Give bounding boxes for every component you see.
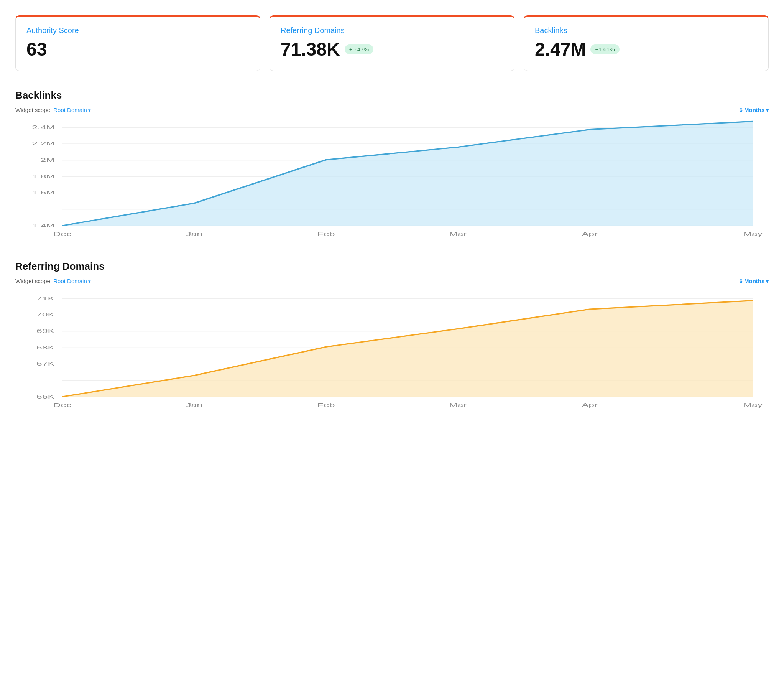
referring-x-label-3: Mar: [449, 402, 467, 408]
backlinks-area-fill: [62, 121, 753, 226]
backlinks-x-label-1: Jan: [186, 231, 202, 237]
backlinks-x-label-5: May: [743, 231, 763, 237]
referring-scope-left: Widget scope: Root Domain: [15, 278, 91, 284]
cards-row: Authority Score 63 Referring Domains 71.…: [15, 15, 769, 71]
backlinks-y-label-3: 1.8M: [32, 173, 54, 179]
referring-y-label-2: 69K: [36, 328, 54, 334]
backlinks-scope-label: Widget scope:: [15, 107, 52, 113]
backlinks-y-label-2: 2M: [40, 157, 54, 163]
authority-score-value-row: 63: [26, 39, 249, 60]
referring-y-label-5: 66K: [36, 394, 54, 399]
referring-domains-section-title: Referring Domains: [15, 260, 769, 272]
referring-x-label-5: May: [743, 402, 763, 409]
referring-domains-title: Referring Domains: [281, 26, 503, 35]
backlinks-chart-wrap: 2.4M 2.2M 2M 1.8M 1.6M 1.4M Dec Jan Feb …: [15, 119, 769, 242]
backlinks-scope-row: Widget scope: Root Domain 6 Months: [15, 107, 769, 113]
backlinks-x-label-2: Feb: [317, 231, 335, 237]
backlinks-chart-svg: 2.4M 2.2M 2M 1.8M 1.6M 1.4M Dec Jan Feb …: [15, 119, 769, 242]
backlinks-months-button[interactable]: 6 Months: [740, 107, 769, 113]
referring-chart-svg: 71K 70K 69K 68K 67K 66K Dec Jan Feb Mar …: [15, 290, 769, 413]
backlinks-title: Backlinks: [535, 26, 758, 35]
referring-domains-value: 71.38K: [281, 39, 340, 60]
backlinks-x-label-4: Apr: [582, 231, 598, 237]
backlinks-card: Backlinks 2.47M +1.61%: [524, 15, 769, 71]
referring-domains-card: Referring Domains 71.38K +0.47%: [270, 15, 514, 71]
referring-x-label-4: Apr: [582, 402, 598, 409]
backlinks-x-label-0: Dec: [53, 231, 72, 237]
referring-months-button[interactable]: 6 Months: [740, 278, 769, 284]
backlinks-y-label-1: 2.2M: [32, 141, 54, 147]
backlinks-value-row: 2.47M +1.61%: [535, 39, 758, 60]
referring-x-label-2: Feb: [317, 402, 335, 408]
backlinks-y-label-5: 1.4M: [32, 222, 54, 228]
referring-domains-badge: +0.47%: [345, 44, 373, 54]
referring-x-label-0: Dec: [53, 402, 72, 408]
backlinks-y-label-4: 1.6M: [32, 190, 54, 196]
backlinks-y-label-0: 2.4M: [32, 124, 54, 130]
backlinks-value: 2.47M: [535, 39, 586, 60]
referring-scope-row: Widget scope: Root Domain 6 Months: [15, 278, 769, 284]
referring-domains-section: Referring Domains Widget scope: Root Dom…: [15, 260, 769, 413]
backlinks-scope-value[interactable]: Root Domain: [53, 107, 91, 113]
referring-chart-wrap: 71K 70K 69K 68K 67K 66K Dec Jan Feb Mar …: [15, 290, 769, 413]
authority-score-value: 63: [26, 39, 47, 60]
referring-scope-value[interactable]: Root Domain: [53, 278, 91, 284]
referring-scope-label: Widget scope:: [15, 278, 52, 284]
backlinks-section-title: Backlinks: [15, 89, 769, 101]
backlinks-section: Backlinks Widget scope: Root Domain 6 Mo…: [15, 89, 769, 242]
referring-y-label-3: 68K: [36, 344, 54, 350]
referring-domains-value-row: 71.38K +0.47%: [281, 39, 503, 60]
authority-score-title: Authority Score: [26, 26, 249, 35]
referring-y-label-0: 71K: [36, 295, 54, 301]
authority-score-card: Authority Score 63: [15, 15, 260, 71]
referring-x-label-1: Jan: [186, 402, 202, 408]
referring-y-label-1: 70K: [36, 312, 54, 318]
referring-y-label-4: 67K: [36, 361, 54, 367]
backlinks-x-label-3: Mar: [449, 231, 467, 237]
backlinks-scope-left: Widget scope: Root Domain: [15, 107, 91, 113]
backlinks-badge: +1.61%: [590, 44, 619, 54]
